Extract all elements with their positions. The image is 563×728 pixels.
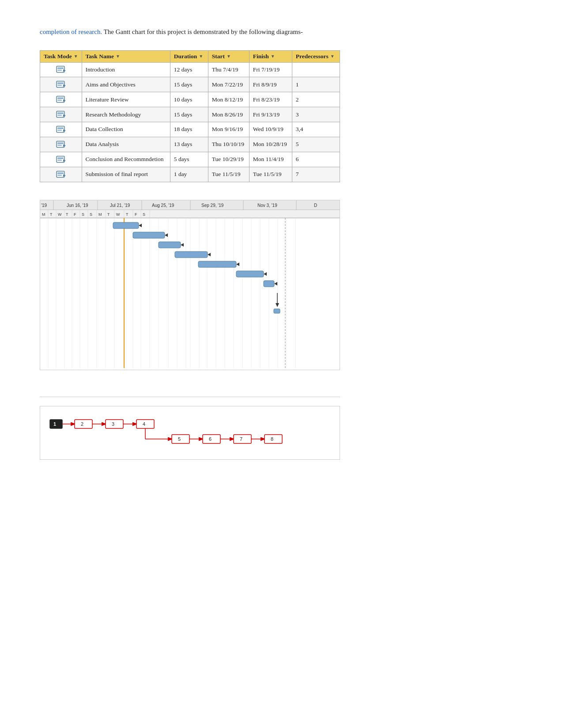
svg-rect-30 xyxy=(57,175,62,176)
svg-rect-17 xyxy=(57,128,64,129)
task-mode-icon xyxy=(56,124,66,135)
svg-text:M: M xyxy=(42,212,45,217)
svg-rect-115 xyxy=(198,261,236,267)
svg-rect-18 xyxy=(57,130,62,131)
finish-cell: Fri 7/19/19 xyxy=(249,62,292,77)
svg-text:T: T xyxy=(50,212,53,217)
svg-text:2: 2 xyxy=(81,421,83,427)
table-row: Data Analysis 13 days Thu 10/10/19 Mon 1… xyxy=(40,137,340,152)
svg-text:'19: '19 xyxy=(41,203,47,208)
finish-cell: Tue 11/5/19 xyxy=(249,167,292,182)
task-mode-icon xyxy=(56,154,66,165)
svg-text:Jun 16, '19: Jun 16, '19 xyxy=(67,203,88,208)
start-cell: Mon 7/22/19 xyxy=(208,77,249,92)
col-header-duration: Duration ▼ xyxy=(170,50,208,62)
col-header-start: Start ▼ xyxy=(208,50,249,62)
svg-text:W: W xyxy=(58,212,62,217)
gantt-svg: '19 Jun 16, '19 Jul 21, '19 Aug 25, '19 … xyxy=(40,200,340,368)
svg-text:T: T xyxy=(126,212,128,217)
duration-cell: 18 days xyxy=(170,122,208,137)
start-cell: Mon 8/12/19 xyxy=(208,92,249,107)
network-svg: 1 2 3 4 5 6 7 xyxy=(49,414,332,450)
svg-rect-14 xyxy=(57,115,62,116)
col-header-predecessors: Predecessors ▼ xyxy=(292,50,340,62)
table-row: Data Collection 18 days Mon 9/16/19 Wed … xyxy=(40,122,340,137)
predecessors-cell: 2 xyxy=(292,92,340,107)
task-mode-cell xyxy=(40,167,82,182)
start-cell: Tue 11/5/19 xyxy=(208,167,249,182)
task-mode-cell xyxy=(40,92,82,107)
finish-cell: Mon 10/28/19 xyxy=(249,137,292,152)
svg-text:8: 8 xyxy=(271,436,273,442)
svg-text:M: M xyxy=(98,212,102,217)
svg-text:5: 5 xyxy=(178,436,181,442)
task-mode-icon xyxy=(56,139,66,150)
task-mode-icon xyxy=(56,169,66,180)
svg-marker-114 xyxy=(208,253,211,256)
svg-text:S: S xyxy=(90,212,92,217)
svg-rect-22 xyxy=(57,145,62,146)
body-text: The Gantt chart for this project is demo… xyxy=(104,28,303,35)
task-mode-icon xyxy=(56,94,66,105)
col-header-taskmode: Task Mode ▼ xyxy=(40,50,82,62)
duration-cell: 13 days xyxy=(170,137,208,152)
svg-text:S: S xyxy=(82,212,84,217)
svg-text:1: 1 xyxy=(53,421,56,427)
task-name-cell: Conclusion and Recommndetion xyxy=(82,152,170,167)
svg-rect-117 xyxy=(236,271,264,277)
duration-cell: 5 days xyxy=(170,152,208,167)
duration-cell: 15 days xyxy=(170,77,208,92)
svg-text:S: S xyxy=(143,212,145,217)
svg-text:Jul 21, '19: Jul 21, '19 xyxy=(110,203,130,208)
task-mode-icon xyxy=(56,79,66,90)
svg-rect-123 xyxy=(274,309,280,313)
svg-marker-110 xyxy=(165,233,168,237)
task-mode-cell xyxy=(40,137,82,152)
svg-marker-116 xyxy=(236,263,239,266)
svg-rect-10 xyxy=(57,100,62,101)
svg-marker-122 xyxy=(276,303,279,307)
duration-cell: 10 days xyxy=(170,92,208,107)
svg-rect-107 xyxy=(113,222,139,229)
svg-text:Aug 25, '19: Aug 25, '19 xyxy=(152,203,174,208)
svg-text:6: 6 xyxy=(209,436,212,442)
svg-text:7: 7 xyxy=(240,436,242,442)
svg-rect-1 xyxy=(57,68,64,69)
section-divider xyxy=(40,397,340,397)
table-row: Submission of final report 1 day Tue 11/… xyxy=(40,167,340,182)
svg-text:W: W xyxy=(116,212,120,217)
task-name-cell: Introduction xyxy=(82,62,170,77)
svg-rect-109 xyxy=(133,232,165,238)
svg-rect-111 xyxy=(159,242,181,248)
finish-cell: Mon 11/4/19 xyxy=(249,152,292,167)
svg-text:T: T xyxy=(66,212,68,217)
start-cell: Mon 8/26/19 xyxy=(208,107,249,122)
svg-text:Sep 29, '19: Sep 29, '19 xyxy=(201,203,224,208)
svg-text:T: T xyxy=(107,212,110,217)
start-cell: Thu 10/10/19 xyxy=(208,137,249,152)
task-mode-cell xyxy=(40,77,82,92)
svg-marker-108 xyxy=(139,224,142,227)
task-name-cell: Literature Review xyxy=(82,92,170,107)
svg-marker-112 xyxy=(181,243,184,247)
svg-rect-5 xyxy=(57,83,64,84)
svg-rect-113 xyxy=(175,251,208,258)
svg-rect-47 xyxy=(40,210,340,218)
task-name-cell: Aims and Objectives xyxy=(82,77,170,92)
svg-rect-6 xyxy=(57,85,62,86)
table-row: Research Methodology 15 days Mon 8/26/19… xyxy=(40,107,340,122)
svg-marker-120 xyxy=(274,282,277,285)
task-mode-cell xyxy=(40,107,82,122)
predecessors-cell: 1 xyxy=(292,77,340,92)
intro-paragraph: completion of research. The Gantt chart … xyxy=(40,26,523,38)
start-cell: Thu 7/4/19 xyxy=(208,62,249,77)
task-name-cell: Submission of final report xyxy=(82,167,170,182)
table-row: Aims and Objectives 15 days Mon 7/22/19 … xyxy=(40,77,340,92)
task-mode-cell xyxy=(40,152,82,167)
task-mode-cell xyxy=(40,122,82,137)
predecessors-cell: 5 xyxy=(292,137,340,152)
predecessors-cell xyxy=(292,62,340,77)
finish-cell: Fri 8/23/19 xyxy=(249,92,292,107)
duration-cell: 1 day xyxy=(170,167,208,182)
duration-cell: 15 days xyxy=(170,107,208,122)
